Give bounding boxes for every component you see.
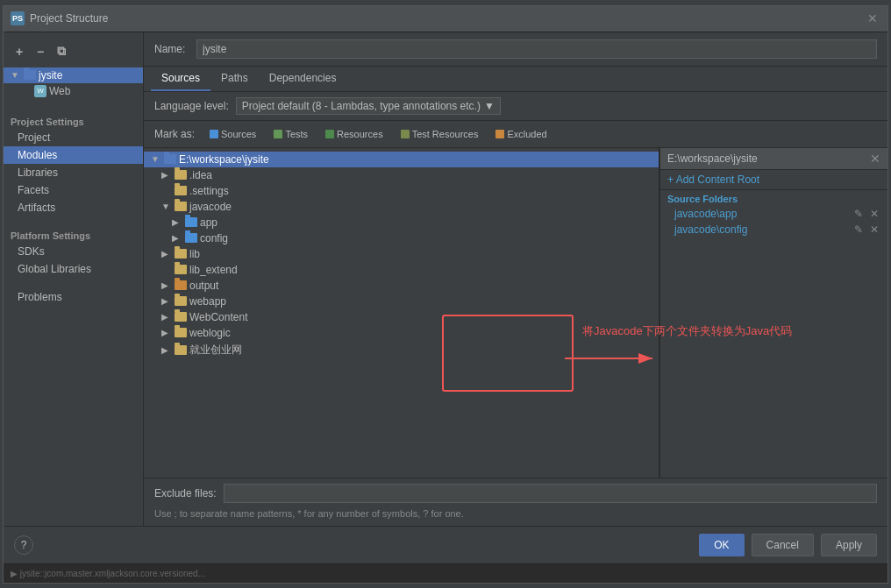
arrow-chinese: ▶	[161, 345, 172, 355]
no-arrow	[21, 86, 32, 96]
tree-item-root[interactable]: ▼ E:\workspace\jysite	[144, 152, 659, 167]
middle-area: ▼ E:\workspace\jysite ▶ .idea .settings	[144, 148, 887, 478]
close-button[interactable]: ✕	[865, 11, 880, 26]
file-tree[interactable]: ▼ E:\workspace\jysite ▶ .idea .settings	[144, 148, 659, 478]
add-module-button[interactable]: +	[11, 43, 28, 60]
sidebar-module-label: jysite	[39, 69, 62, 81]
add-content-root-button[interactable]: + Add Content Root	[660, 170, 887, 190]
sidebar-item-global-libraries[interactable]: Global Libraries	[4, 260, 143, 278]
lib-extend-folder-icon	[175, 265, 187, 274]
sf-header: E:\workspace\jysite ✕	[660, 148, 887, 170]
project-settings-section: Project Settings	[4, 113, 143, 129]
chevron-down-icon: ▼	[484, 100, 495, 112]
mark-excluded-button[interactable]: Excluded	[489, 126, 552, 142]
mark-resources-button[interactable]: Resources	[319, 126, 389, 142]
sf-config-label: javacode\config	[674, 223, 747, 236]
tree-idea-label: .idea	[189, 169, 212, 181]
sidebar-item-artifacts[interactable]: Artifacts	[4, 199, 143, 216]
tree-item-idea[interactable]: ▶ .idea	[144, 167, 659, 183]
test-resources-dot	[401, 130, 410, 138]
sources-dot	[210, 130, 218, 138]
output-folder-icon	[175, 280, 187, 290]
tree-app-label: app	[200, 216, 217, 229]
tree-item-output[interactable]: ▶ output	[144, 278, 659, 294]
main-content: + − ⧉ ▼ jysite W Web Project Settings Pr…	[4, 32, 887, 526]
project-structure-dialog: PS Project Structure ✕ + − ⧉ ▼ jysite W …	[3, 5, 888, 584]
title-bar-left: PS Project Structure	[11, 11, 108, 25]
no-arrow-settings	[161, 186, 172, 195]
language-select[interactable]: Project default (8 - Lambdas, type annot…	[236, 97, 501, 115]
tree-config-label: config	[200, 232, 228, 244]
arrow-weblogic: ▶	[161, 328, 172, 337]
tree-javacode-label: javacode	[189, 201, 232, 213]
sf-config-remove-icon[interactable]: ✕	[868, 223, 880, 236]
cancel-button[interactable]: Cancel	[752, 534, 814, 556]
sf-config-actions: ✎ ✕	[852, 223, 880, 236]
tree-item-settings[interactable]: .settings	[144, 183, 659, 199]
language-label: Language level:	[154, 100, 229, 112]
dialog-footer: ? OK Cancel Apply	[4, 526, 887, 563]
tab-dependencies[interactable]: Dependencies	[259, 67, 347, 91]
sf-item-app[interactable]: javacode\app ✎ ✕	[660, 206, 887, 222]
copy-module-button[interactable]: ⧉	[53, 43, 70, 60]
sf-path-title: E:\workspace\jysite	[667, 152, 758, 165]
app-folder-icon	[185, 217, 197, 227]
tree-weblogic-label: weblogic	[189, 327, 231, 339]
sidebar-item-facets[interactable]: Facets	[4, 181, 143, 199]
tab-paths[interactable]: Paths	[210, 67, 259, 91]
tree-item-lib[interactable]: ▶ lib	[144, 246, 659, 262]
sidebar-toolbar: + − ⧉	[4, 39, 143, 64]
weblogic-folder-icon	[175, 328, 187, 337]
javacode-folder-icon	[175, 202, 187, 211]
platform-settings-section: Platform Settings	[4, 227, 143, 243]
sidebar-item-modules[interactable]: Modules	[4, 146, 143, 164]
sidebar-item-libraries[interactable]: Libraries	[4, 164, 143, 181]
config-folder-icon	[185, 233, 197, 243]
exclude-input[interactable]	[224, 484, 877, 503]
arrow-app: ▶	[172, 217, 182, 227]
sidebar-item-problems[interactable]: Problems	[4, 288, 143, 306]
tree-item-config[interactable]: ▶ config	[144, 230, 659, 246]
sidebar-module-jysite[interactable]: ▼ jysite	[4, 67, 143, 83]
tree-item-weblogic[interactable]: ▶ weblogic	[144, 325, 659, 341]
tree-item-lib-extend[interactable]: lib_extend	[144, 262, 659, 278]
excluded-dot	[495, 130, 504, 138]
sf-close-button[interactable]: ✕	[870, 152, 880, 166]
apply-button[interactable]: Apply	[821, 534, 877, 556]
mark-sources-button[interactable]: Sources	[203, 126, 262, 142]
arrow-webapp: ▶	[161, 296, 172, 306]
sf-item-config[interactable]: javacode\config ✎ ✕	[660, 222, 887, 237]
help-button[interactable]: ?	[14, 535, 33, 555]
exclude-row: Exclude files:	[154, 484, 877, 503]
mark-test-resources-button[interactable]: Test Resources	[395, 126, 485, 142]
tree-item-chinese[interactable]: ▶ 就业创业网	[144, 341, 659, 359]
arrow-idea: ▶	[161, 170, 172, 180]
ok-button[interactable]: OK	[699, 534, 744, 556]
sf-config-edit-icon[interactable]: ✎	[852, 223, 865, 236]
sidebar-item-project[interactable]: Project	[4, 129, 143, 146]
tab-sources[interactable]: Sources	[151, 67, 210, 91]
arrow-output: ▶	[161, 280, 172, 290]
arrow-webcontent: ▶	[161, 312, 172, 322]
tree-lib-label: lib	[189, 248, 200, 260]
webcontent-folder-icon	[175, 312, 187, 322]
mark-tests-button[interactable]: Tests	[267, 126, 314, 142]
name-input[interactable]	[196, 39, 877, 59]
tree-item-javacode[interactable]: ▼ javacode	[144, 199, 659, 215]
sidebar-module-web[interactable]: W Web	[4, 83, 143, 99]
tree-item-webapp[interactable]: ▶ webapp	[144, 294, 659, 309]
sf-app-remove-icon[interactable]: ✕	[868, 208, 880, 220]
dialog-title: Project Structure	[30, 12, 108, 25]
module-folder-icon	[24, 70, 36, 80]
tree-item-app[interactable]: ▶ app	[144, 215, 659, 230]
lib-folder-icon	[175, 249, 187, 259]
settings-folder-icon	[175, 186, 187, 195]
arrow-lib: ▶	[161, 249, 172, 259]
tree-lib-extend-label: lib_extend	[189, 264, 238, 276]
sf-app-edit-icon[interactable]: ✎	[852, 208, 865, 220]
tree-item-webcontent[interactable]: ▶ WebContent	[144, 309, 659, 325]
expand-arrow: ▼	[11, 70, 21, 80]
remove-module-button[interactable]: −	[32, 43, 49, 60]
sidebar-item-sdks[interactable]: SDKs	[4, 243, 143, 260]
arrow-root: ▼	[151, 154, 161, 164]
